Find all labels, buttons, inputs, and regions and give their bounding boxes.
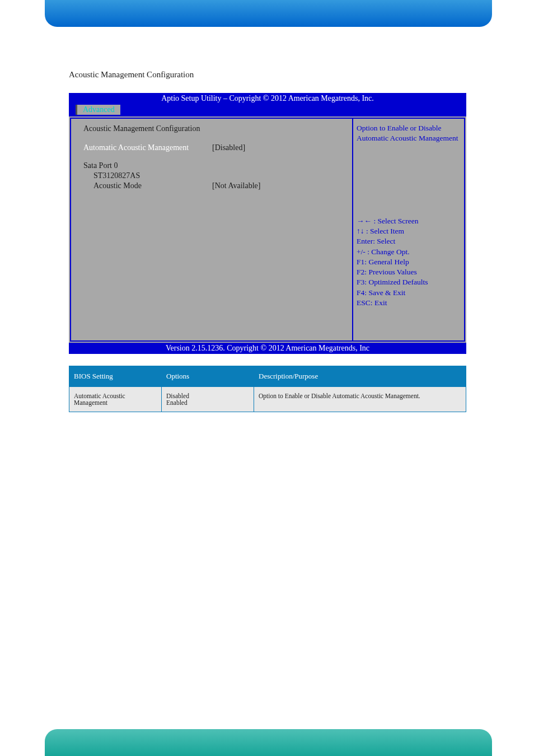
- table-row: Automatic Acoustic Management Disabled E…: [69, 387, 466, 412]
- bios-window: Aptio Setup Utility – Copyright © 2012 A…: [69, 93, 466, 354]
- tab-advanced[interactable]: Advanced: [76, 105, 120, 115]
- bios-row-label: Automatic Acoustic Management: [83, 143, 212, 152]
- bios-row[interactable]: Automatic Acoustic Management [Disabled]: [83, 143, 346, 152]
- bios-row: Acoustic Mode [Not Available]: [83, 181, 346, 190]
- key-help-line: Enter: Select: [357, 236, 461, 246]
- th-setting: BIOS Setting: [69, 366, 162, 387]
- key-help-line: ESC: Exit: [357, 298, 461, 308]
- bios-row-label: Sata Port 0: [83, 161, 212, 170]
- bios-footer: Version 2.15.1236. Copyright © 2012 Amer…: [69, 343, 466, 354]
- key-help-line: →← : Select Screen: [357, 216, 461, 226]
- key-help-line: F4: Save & Exit: [357, 288, 461, 298]
- key-help-line: F2: Previous Values: [357, 267, 461, 277]
- bios-section-heading: Acoustic Management Configuration: [83, 124, 346, 133]
- th-description: Description/Purpose: [254, 366, 466, 387]
- key-help-line: F1: General Help: [357, 257, 461, 267]
- bios-header: Aptio Setup Utility – Copyright © 2012 A…: [69, 93, 466, 104]
- section-title: Acoustic Management Configuration: [69, 70, 194, 80]
- td-options: Disabled Enabled: [162, 387, 254, 412]
- bottom-banner: [45, 729, 492, 756]
- bios-row-label: Acoustic Mode: [83, 181, 212, 190]
- bios-tab-bar: Advanced: [69, 104, 466, 116]
- key-help-line: ↑↓ : Select Item: [357, 226, 461, 236]
- bios-help-text: Option to Enable or Disable Automatic Ac…: [357, 123, 461, 143]
- bios-row-label: ST3120827AS: [83, 171, 212, 180]
- bios-body: Acoustic Management Configuration Automa…: [69, 116, 466, 343]
- bios-row: ST3120827AS: [83, 171, 346, 180]
- bios-row-value: [Not Available]: [212, 181, 260, 190]
- bios-row: Sata Port 0: [83, 161, 346, 170]
- key-help-line: +/- : Change Opt.: [357, 247, 461, 257]
- table-header-row: BIOS Setting Options Description/Purpose: [69, 366, 466, 387]
- bios-key-help: →← : Select Screen ↑↓ : Select Item Ente…: [357, 216, 461, 308]
- info-table: BIOS Setting Options Description/Purpose…: [69, 366, 466, 412]
- bios-side-panel: Option to Enable or Disable Automatic Ac…: [353, 118, 465, 342]
- bios-row-value: [Disabled]: [212, 143, 245, 152]
- td-description: Option to Enable or Disable Automatic Ac…: [254, 387, 466, 412]
- th-options: Options: [162, 366, 254, 387]
- top-banner: [45, 0, 492, 27]
- bios-main-panel: Acoustic Management Configuration Automa…: [70, 118, 353, 342]
- td-setting: Automatic Acoustic Management: [69, 387, 162, 412]
- key-help-line: F3: Optimized Defaults: [357, 277, 461, 287]
